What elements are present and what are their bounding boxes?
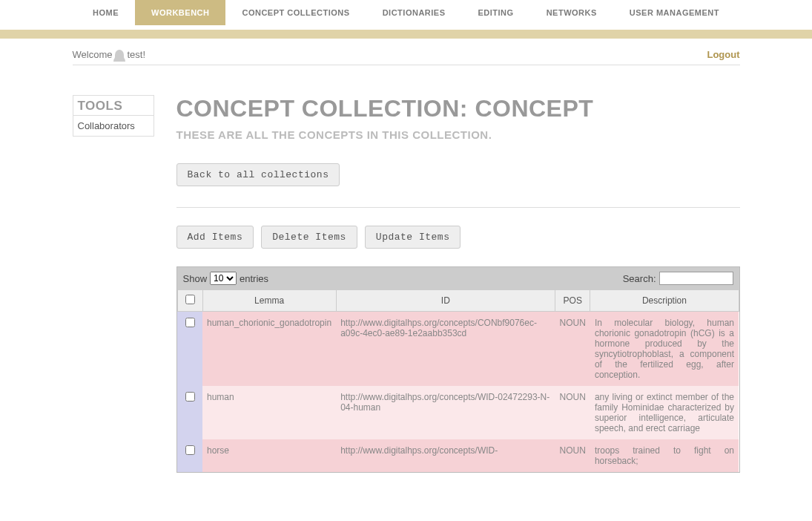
content: CONCEPT COLLECTION: CONCEPT THESE ARE AL… [176,95,740,473]
show-label: Show [183,273,208,284]
welcome-prefix: Welcome [73,49,113,60]
table-toolbar: Show 10 entries Search: [177,267,739,289]
table-row: human http://www.digitalhps.org/concepts… [177,386,739,439]
welcome-username: test! [127,49,145,60]
back-button[interactable]: Back to all collections [176,163,340,186]
nav-dictionaries[interactable]: DICTIONARIES [366,0,462,25]
page-size-select[interactable]: 10 [210,272,237,285]
cell-id: http://www.digitalhps.org/concepts/WID-0… [336,386,555,439]
cell-lemma: human_chorionic_gonadotropin [202,312,336,387]
logout-link[interactable]: Logout [707,49,739,60]
cell-id: http://www.digitalhps.org/concepts/CONbf… [336,312,555,387]
table-wrap: Show 10 entries Search: Lemma ID [176,266,740,473]
col-lemma[interactable]: Lemma [202,290,336,312]
update-items-button[interactable]: Update Items [365,226,461,249]
section-divider [176,207,740,208]
row-checkbox[interactable] [185,445,195,455]
cell-id: http://www.digitalhps.org/concepts/WID- [336,439,555,472]
col-id[interactable]: ID [336,290,555,312]
cell-description: troops trained to fight on horseback; [590,439,739,472]
cell-lemma: horse [202,439,336,472]
col-description[interactable]: Description [590,290,739,312]
top-nav: HOME WORKBENCH CONCEPT COLLECTIONS DICTI… [0,0,812,25]
nav-editing[interactable]: EDITING [462,0,530,25]
cell-pos: NOUN [555,386,590,439]
delete-items-button[interactable]: Delete Items [261,226,357,249]
nav-workbench[interactable]: WORKBENCH [135,0,225,25]
nav-user-management[interactable]: USER MANAGEMENT [613,0,736,25]
add-items-button[interactable]: Add Items [176,226,254,249]
entries-label: entries [240,273,268,284]
nav-concept-collections[interactable]: CONCEPT COLLECTIONS [225,0,366,25]
data-table: Lemma ID POS Description human_chorionic… [177,289,739,472]
nav-home[interactable]: HOME [76,0,135,25]
sidebar-item-collaborators[interactable]: Collaborators [73,115,154,137]
row-checkbox[interactable] [185,392,195,402]
sidebar-title: TOOLS [73,95,154,115]
table-row: horse http://www.digitalhps.org/concepts… [177,439,739,472]
table-row: human_chorionic_gonadotropin http://www.… [177,312,739,387]
cell-pos: NOUN [555,312,590,387]
row-checkbox[interactable] [185,318,195,327]
cell-pos: NOUN [555,439,590,472]
page-title: CONCEPT COLLECTION: CONCEPT [176,95,740,122]
cell-lemma: human [202,386,336,439]
search-input[interactable] [659,272,733,285]
cell-description: any living or extinct member of the fami… [590,386,739,439]
cell-description: In molecular biology, human chorionic go… [590,312,739,387]
select-all-checkbox[interactable] [185,295,195,304]
welcome-bar: Welcome test! Logout [73,39,740,65]
nav-networks[interactable]: NETWORKS [530,0,613,25]
col-pos[interactable]: POS [555,290,590,312]
divider-strip [0,30,812,39]
col-check[interactable] [177,290,202,312]
user-icon [115,50,124,60]
sidebar: TOOLS Collaborators [73,95,154,473]
search-label: Search: [623,273,656,284]
page-subtitle: THESE ARE ALL THE CONCEPTS IN THIS COLLE… [176,128,740,141]
